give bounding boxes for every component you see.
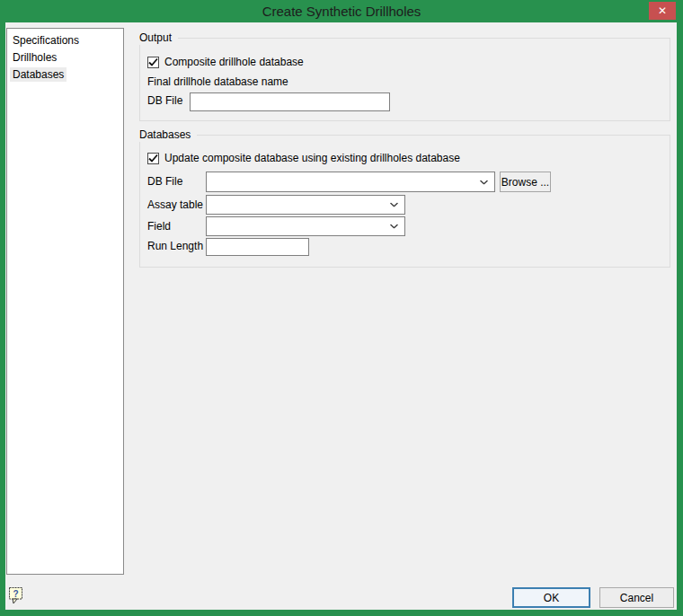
page-list: Specifications Drillholes Databases (6, 28, 124, 575)
run-length-label: Run Length (147, 237, 203, 255)
sidebar-item-specifications[interactable]: Specifications (7, 32, 123, 49)
field-label: Field (147, 216, 171, 236)
cancel-button-label: Cancel (620, 592, 653, 604)
sidebar-item-label: Databases (10, 67, 67, 82)
composite-drillhole-database-checkbox[interactable] (147, 57, 159, 68)
dialog-create-synthetic-drillholes: Create Synthetic Drillholes ✕ Specificat… (0, 0, 683, 616)
sidebar-item-databases[interactable]: Databases (7, 66, 123, 84)
browse-button[interactable]: Browse ... (500, 172, 551, 192)
field-combobox[interactable] (206, 216, 405, 236)
chevron-down-icon (390, 203, 398, 207)
output-db-file-label: DB File (147, 92, 182, 110)
final-drillhole-database-name-label: Final drillhole database name (147, 75, 288, 88)
update-composite-database-checkbox[interactable] (147, 153, 159, 164)
output-group-title: Output (137, 31, 178, 45)
ok-button-label: OK (544, 592, 559, 604)
update-composite-database-label: Update composite database using existing… (164, 152, 460, 164)
browse-button-label: Browse ... (501, 176, 549, 189)
databases-group-title: Databases (137, 128, 197, 142)
question-mark-glyph: ? (13, 589, 18, 599)
assay-table-combobox[interactable] (206, 195, 405, 215)
window-title: Create Synthetic Drillholes (262, 4, 421, 19)
dialog-body: Specifications Drillholes Databases Outp… (5, 22, 677, 610)
check-icon (148, 57, 158, 67)
sidebar-item-label: Drillholes (10, 50, 59, 65)
sidebar-item-drillholes[interactable]: Drillholes (7, 49, 123, 66)
help-balloon-icon[interactable]: ? (8, 586, 24, 605)
close-icon: ✕ (658, 4, 667, 17)
ok-button[interactable]: OK (512, 587, 590, 608)
databases-group: Databases Update composite database usin… (139, 135, 670, 268)
cancel-button[interactable]: Cancel (599, 587, 674, 608)
chevron-down-icon (390, 224, 398, 229)
sidebar-item-label: Specifications (10, 33, 82, 48)
composite-drillhole-database-label: Composite drillhole database (164, 56, 304, 68)
chevron-down-icon (480, 180, 488, 184)
title-bar[interactable]: Create Synthetic Drillholes ✕ (0, 0, 683, 22)
db-file-combobox[interactable] (206, 172, 495, 192)
run-length-input[interactable] (206, 238, 309, 256)
check-icon (148, 154, 158, 163)
output-group: Output Composite drillhole database Fina… (139, 38, 670, 121)
assay-table-label: Assay table (147, 195, 203, 215)
close-button[interactable]: ✕ (649, 2, 676, 20)
output-db-file-input[interactable] (190, 92, 390, 111)
db-file-label: DB File (147, 172, 182, 192)
